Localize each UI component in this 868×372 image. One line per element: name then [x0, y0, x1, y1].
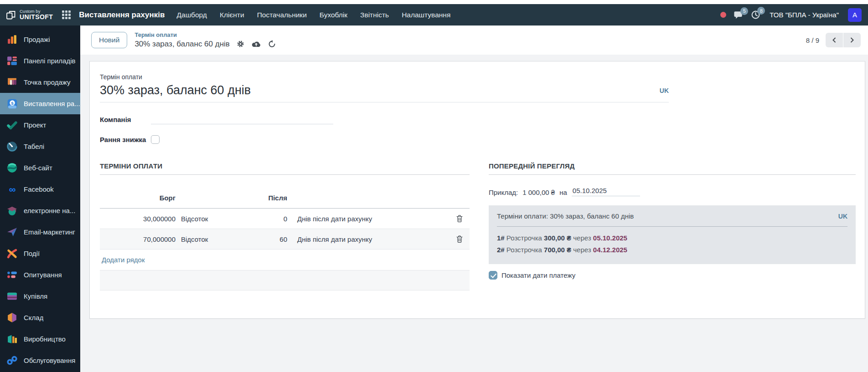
sidebar-item-project[interactable]: Проект [0, 114, 80, 136]
translation-lang-button[interactable]: UK [660, 87, 669, 94]
events-icon [6, 247, 18, 260]
activities-button[interactable]: 8 [751, 10, 760, 20]
chevron-left-icon [832, 37, 837, 43]
term-value-cell[interactable]: 30,000000 [100, 215, 177, 223]
preview-box-title: Терміни оплати: 30% зараз, баланс 60 дні… [497, 212, 838, 220]
example-date-input[interactable]: 05.10.2025 [572, 187, 640, 196]
company-input[interactable] [151, 114, 333, 124]
unitsoft-logo-icon [5, 10, 16, 20]
show-payment-dates-checkbox[interactable] [489, 271, 497, 280]
top-strip [0, 0, 868, 4]
payment-terms-section: ТЕРМІНИ ОПЛАТИ Борг Після 30,000000 [100, 162, 470, 290]
website-icon [6, 162, 18, 174]
show-payment-dates-label: Показати дати платежу [501, 271, 575, 279]
menu-settings[interactable]: Налаштування [402, 11, 450, 19]
terms-preview-box: Терміни оплати: 30% зараз, баланс 60 дні… [489, 205, 856, 264]
sidebar-item-dashboards[interactable]: Панелі приладів [0, 50, 80, 71]
breadcrumb: Термін оплати 30% зараз, баланс 60 днів [134, 31, 276, 49]
installment-date: 05.10.2025 [593, 234, 627, 242]
main-menu: Дашборд Клієнти Постачальники Бухоблік З… [177, 11, 451, 19]
breadcrumb-current: 30% зараз, баланс 60 днів [134, 39, 230, 49]
example-on-label: на [559, 189, 567, 196]
sidebar-item-label: Панелі приладів [24, 57, 76, 65]
sidebar-item-label: Купівля [24, 292, 47, 300]
installment-line: 2# Розстрочка 700,00 ₴ через 04.12.2025 [497, 244, 847, 256]
pager-previous-button[interactable] [826, 33, 843, 47]
payment-terms-section-title: ТЕРМІНИ ОПЛАТИ [100, 162, 470, 175]
term-unit-cell[interactable]: Відсоток [177, 215, 255, 223]
control-panel: Новий Термін оплати 30% зараз, баланс 60… [80, 25, 868, 55]
menu-vendors[interactable]: Постачальники [257, 11, 307, 19]
sidebar-item-website[interactable]: Веб-сайт [0, 157, 80, 178]
sidebar-item-elearning[interactable]: електронне на... [0, 200, 80, 221]
inventory-icon [6, 311, 18, 324]
term-after-cell[interactable]: Днів після дати рахунку [289, 235, 450, 243]
sidebar-item-label: Події [24, 250, 40, 257]
column-header-after: Після [255, 194, 289, 202]
preview-lang-button[interactable]: UK [838, 213, 847, 220]
sidebar-item-events[interactable]: Події [0, 243, 80, 264]
save-cloud-icon[interactable] [251, 41, 261, 47]
early-discount-checkbox[interactable] [151, 135, 160, 144]
company-switcher[interactable]: ТОВ "БПЛА - Україна" [770, 11, 839, 19]
sidebar-item-point-of-sale[interactable]: Точка продажу [0, 71, 80, 93]
installment-label: Розстрочка [506, 246, 542, 254]
sidebar-item-maintenance[interactable]: Обслуговування [0, 350, 80, 371]
user-avatar[interactable]: A [848, 8, 862, 22]
installment-date: 04.12.2025 [593, 246, 627, 254]
installment-line: 1# Розстрочка 300,00 ₴ через 05.10.2025 [497, 232, 847, 244]
preview-divider [497, 226, 847, 227]
sidebar-item-label: Табелі [24, 143, 44, 150]
apps-sidebar: Продажі Панелі приладів Точка продажу $ … [0, 25, 80, 372]
breadcrumb-parent-link[interactable]: Термін оплати [134, 31, 276, 39]
sidebar-item-email-marketing[interactable]: Email-маркетинг [0, 221, 80, 243]
svg-text:∞: ∞ [9, 183, 16, 194]
delete-row-button[interactable] [450, 215, 470, 222]
delete-row-button[interactable] [450, 235, 470, 243]
sidebar-item-purchase[interactable]: Купівля [0, 285, 80, 307]
apps-grid-icon[interactable] [62, 10, 71, 19]
settings-gear-icon[interactable] [237, 40, 244, 48]
sidebar-item-facebook[interactable]: ∞ Facebook [0, 178, 80, 200]
term-days-cell[interactable]: 60 [255, 235, 289, 243]
sidebar-item-manufacturing[interactable]: Виробництво [0, 328, 80, 350]
sidebar-item-sales[interactable]: Продажі [0, 29, 80, 50]
menu-reporting[interactable]: Звітність [360, 11, 389, 19]
name-input[interactable]: 30% зараз, баланс 60 днів [100, 83, 660, 97]
preview-section-title: ПОПЕРЕДНІЙ ПЕРЕГЛЯД [489, 162, 856, 175]
term-unit-cell[interactable]: Відсоток [177, 235, 255, 243]
example-amount-input[interactable]: 1 000,00 ₴ [522, 189, 555, 196]
empty-table-row [100, 270, 470, 290]
installment-label: Розстрочка [506, 234, 542, 242]
email-marketing-icon [6, 226, 18, 238]
term-after-cell[interactable]: Днів після дати рахунку [289, 215, 450, 223]
add-line-link[interactable]: Додати рядок [102, 256, 145, 264]
installment-number: 2# [497, 246, 505, 254]
installment-amount: 700,00 ₴ [544, 246, 571, 254]
sidebar-item-label: Точка продажу [24, 78, 71, 86]
pager: 8 / 9 [806, 33, 863, 47]
messages-badge: 5 [740, 7, 748, 15]
status-dot [720, 12, 726, 18]
installment-number: 1# [497, 234, 505, 242]
current-app-menu[interactable]: Виставлення рахунків [79, 10, 165, 20]
menu-customers[interactable]: Клієнти [220, 11, 244, 19]
manufacturing-icon [6, 333, 18, 345]
sidebar-item-inventory[interactable]: Склад [0, 307, 80, 328]
sidebar-item-invoicing[interactable]: $ Виставлення ра... [0, 93, 80, 114]
new-button[interactable]: Новий [91, 32, 127, 48]
elearning-icon [6, 204, 18, 217]
discard-undo-icon[interactable] [268, 40, 276, 48]
svg-text:$: $ [11, 100, 14, 105]
menu-dashboard[interactable]: Дашборд [177, 11, 207, 19]
menu-accounting[interactable]: Бухоблік [320, 11, 347, 19]
sidebar-item-timesheets[interactable]: Табелі [0, 136, 80, 157]
sidebar-item-label: електронне на... [24, 207, 75, 214]
term-days-cell[interactable]: 0 [255, 215, 289, 223]
sidebar-item-surveys[interactable]: Опитування [0, 264, 80, 285]
sidebar-item-label: Проект [24, 121, 46, 129]
example-label: Приклад: [489, 189, 518, 196]
pager-next-button[interactable] [843, 33, 861, 47]
messages-button[interactable]: 5 [734, 10, 744, 20]
term-value-cell[interactable]: 70,000000 [100, 235, 177, 243]
